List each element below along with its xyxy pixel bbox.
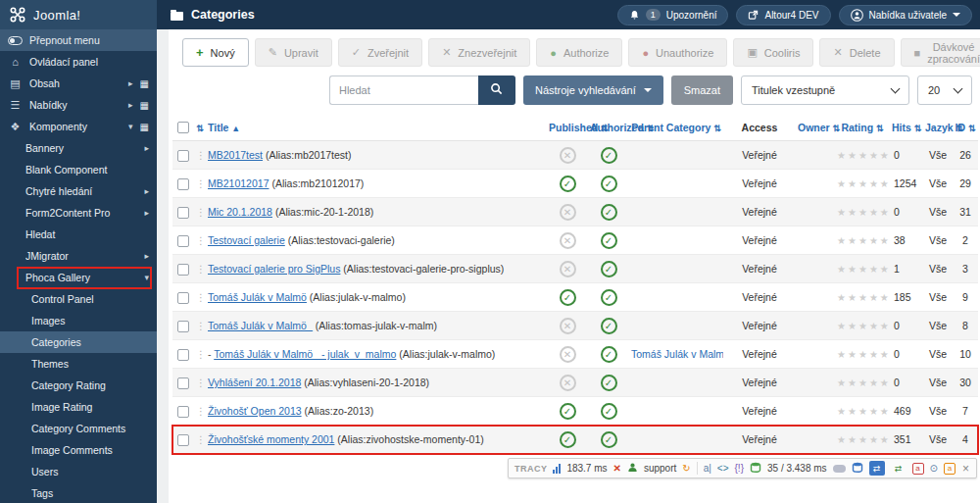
unpublished-x-icon[interactable]: ✕ [560, 232, 576, 249]
drag-handle-icon[interactable]: ⋮ [196, 349, 206, 360]
sidebar-item-nab-dky[interactable]: ☰Nabídky▸▦ [0, 94, 157, 116]
row-checkbox[interactable] [177, 434, 189, 446]
column-header-hits[interactable]: Hits ⇅ [890, 115, 923, 141]
sidebar-item-hledat[interactable]: Hledat [0, 224, 157, 245]
timer-panel-icon[interactable]: ⊙ [930, 463, 938, 474]
published-check-icon[interactable]: ✓ [560, 431, 576, 448]
sidebar-item-images[interactable]: Images [0, 310, 157, 331]
sidebar-item-p-epnout-menu[interactable]: Přepnout menu [0, 29, 157, 51]
row-checkbox[interactable] [177, 235, 189, 247]
list-limit-select[interactable]: 20 [917, 75, 972, 105]
ajax-reload-icon[interactable]: ↻ [682, 463, 690, 474]
sidebar-item-image-comments[interactable]: Image Comments [0, 439, 157, 461]
category-title-link[interactable]: MB21012017 [208, 177, 269, 189]
sidebar-item-categories[interactable]: Categories [0, 331, 157, 353]
authorized-check-icon[interactable]: ✓ [601, 403, 617, 420]
column-select-all[interactable] [172, 115, 194, 141]
search-button[interactable] [478, 75, 515, 105]
authorized-check-icon[interactable]: ✓ [601, 261, 617, 277]
column-ordering[interactable]: ⇅ [194, 115, 206, 141]
unpublished-x-icon[interactable]: ✕ [560, 318, 576, 334]
row-checkbox[interactable] [177, 178, 189, 190]
sidebar-item-users[interactable]: Users [0, 461, 157, 482]
sync-toggle-selected[interactable]: ⇄ [869, 461, 885, 476]
authorized-check-icon[interactable]: ✓ [601, 232, 617, 249]
drag-handle-icon[interactable]: ⋮ [196, 235, 206, 246]
unpublished-x-icon[interactable]: ✕ [560, 346, 576, 363]
parent-category-link[interactable]: Tomáš Julák v Malmö_ [631, 348, 723, 360]
unpublished-x-icon[interactable]: ✕ [560, 204, 576, 221]
category-title-link[interactable]: Živohošťské momenty 2001 [208, 433, 334, 445]
row-checkbox[interactable] [177, 349, 189, 361]
row-checkbox[interactable] [177, 377, 189, 389]
dump-panel-icon[interactable]: {!} [735, 463, 744, 474]
row-checkbox[interactable] [177, 292, 189, 304]
row-checkbox[interactable] [177, 406, 189, 418]
search-input[interactable] [329, 75, 478, 105]
authorized-check-icon[interactable]: ✓ [601, 431, 617, 448]
sidebar-item-category-rating[interactable]: Category Rating [0, 375, 157, 396]
row-checkbox[interactable] [177, 264, 189, 276]
sidebar-item-tags[interactable]: Tags [0, 482, 157, 503]
published-check-icon[interactable]: ✓ [560, 176, 576, 192]
unpublished-x-icon[interactable]: ✕ [560, 261, 576, 277]
sidebar-item-komponenty[interactable]: ❖Komponenty▾▦ [0, 116, 157, 137]
column-header-title[interactable]: Title ▲ [206, 115, 547, 141]
column-header-authorized[interactable]: Authorized ⇅ [588, 115, 629, 141]
sidebar-item-category-comments[interactable]: Category Comments [0, 418, 157, 439]
sidebar-item-form2content-pro[interactable]: Form2Content Pro▸ [0, 202, 157, 224]
category-title-link[interactable]: Živohošť Open 2013 [208, 405, 302, 417]
drag-handle-icon[interactable]: ⋮ [196, 264, 206, 275]
row-checkbox[interactable] [177, 207, 189, 219]
sidebar-item-control-panel[interactable]: Control Panel [0, 288, 157, 310]
session-panel-icon[interactable] [833, 465, 846, 473]
sidebar-item-chytr-hled-n[interactable]: Chytré hledání▸ [0, 180, 157, 202]
sidebar-item-blank-component[interactable]: Blank Component [0, 159, 157, 180]
drag-handle-icon[interactable]: ⋮ [196, 178, 206, 189]
authorized-check-icon[interactable]: ✓ [601, 289, 617, 306]
drag-handle-icon[interactable]: ⋮ [196, 406, 206, 417]
authorized-check-icon[interactable]: ✓ [601, 147, 617, 164]
category-title-link[interactable]: MB2017test [208, 149, 263, 161]
sync-toggle-icon[interactable]: ⇄ [891, 461, 906, 476]
category-title-link[interactable]: Tomáš Julák v Malmö [208, 291, 307, 303]
drag-handle-icon[interactable]: ⋮ [196, 207, 206, 218]
site-preview-button[interactable]: Altour4 DEV [736, 5, 830, 25]
file-panel-icon[interactable]: a| [704, 463, 711, 474]
category-title-link[interactable]: Mic 20.1.2018 [208, 206, 272, 218]
drag-handle-icon[interactable]: ⋮ [196, 292, 206, 303]
authorized-check-icon[interactable]: ✓ [601, 375, 617, 391]
category-title-link[interactable]: Vyhlášení 20.1.2018 [208, 377, 301, 388]
clear-button[interactable]: Smazat [671, 75, 733, 105]
category-title-link[interactable]: Testovací galerie [208, 234, 285, 246]
drag-handle-icon[interactable]: ⋮ [196, 321, 206, 331]
sort-select[interactable]: Titulek vzestupně [741, 75, 909, 105]
toolbar-nov-button[interactable]: +Nový [182, 38, 249, 67]
unpublished-x-icon[interactable]: ✕ [560, 147, 576, 164]
category-title-link[interactable]: Testovací galerie pro SigPlus [208, 263, 340, 275]
tracy-close-button[interactable]: × [961, 462, 970, 476]
database-blue-icon[interactable] [852, 462, 863, 476]
user-menu-button[interactable]: Nabídka uživatele [839, 5, 973, 25]
drag-handle-icon[interactable]: ⋮ [196, 150, 206, 161]
authorized-check-icon[interactable]: ✓ [601, 346, 617, 363]
sidebar-item-themes[interactable]: Themes [0, 353, 157, 375]
column-header-id[interactable]: ID ⇅ [953, 115, 978, 141]
accessibility-panel-icon[interactable]: a [912, 463, 924, 475]
unpublished-x-icon[interactable]: ✕ [560, 375, 576, 391]
authorized-check-icon[interactable]: ✓ [601, 204, 617, 221]
row-checkbox[interactable] [177, 321, 189, 332]
authorized-check-icon[interactable]: ✓ [601, 176, 617, 192]
column-header-parent-category[interactable]: Parent Category ⇅ [629, 115, 723, 141]
published-check-icon[interactable]: ✓ [560, 289, 576, 306]
sidebar-item-jmigrator[interactable]: JMigrator▸ [0, 245, 157, 267]
category-title-link[interactable]: Tomáš Julák v Malmö_ [208, 320, 313, 331]
category-title-link[interactable]: Tomáš Julák v Malmö_ - julak_v_malmo [214, 348, 396, 360]
notifications-button[interactable]: 1 Upozornění [617, 5, 729, 25]
code-panel-icon[interactable]: <> [717, 463, 729, 474]
row-checkbox[interactable] [177, 150, 189, 162]
drag-handle-icon[interactable]: ⋮ [196, 434, 206, 445]
authorized-check-icon[interactable]: ✓ [601, 318, 617, 334]
sidebar-item-bannery[interactable]: Bannery▸ [0, 137, 157, 159]
sidebar-item-ovl-dac-panel[interactable]: ⌂Ovládací panel [0, 51, 157, 73]
